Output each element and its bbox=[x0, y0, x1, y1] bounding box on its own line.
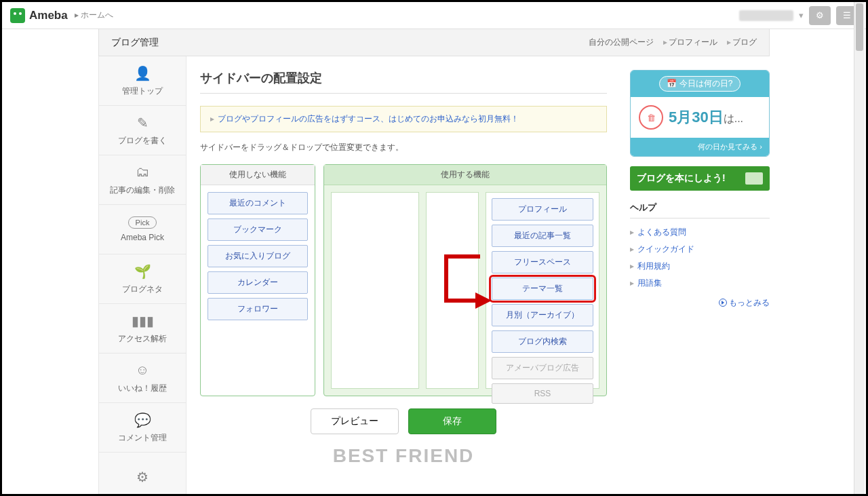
brand-name: Ameba bbox=[29, 9, 68, 22]
date-suffix: は... bbox=[724, 113, 743, 124]
main-content: サイドバーの配置設定 ▸ ブログやプロフィールの広告をはずすコース、はじめてのお… bbox=[186, 56, 620, 496]
pencil-icon: ✎ bbox=[134, 115, 151, 131]
bar-chart-icon: ▮▮▮ bbox=[134, 313, 151, 329]
used-column-1[interactable] bbox=[331, 192, 419, 389]
today-label: 今日は何の日? bbox=[679, 79, 733, 88]
logo-icon bbox=[10, 8, 25, 23]
right-column: 📅 今日は何の日? 🗑 5月30日は... 何の日か見てみる › ブログを本にし… bbox=[620, 56, 770, 496]
breadcrumb-profile[interactable]: ▸プロフィール bbox=[663, 37, 717, 48]
trash-icon: 🗑 bbox=[639, 105, 663, 130]
watermark-text: BEST FRIEND bbox=[200, 445, 607, 467]
help-link-item: ▸ 利用規約 bbox=[630, 258, 770, 275]
gear-icon[interactable]: ⚙ bbox=[809, 6, 831, 25]
help-link-item: ▸ 用語集 bbox=[630, 275, 770, 292]
used-widget: アメーバブログ広告 bbox=[492, 357, 593, 379]
nav-admin-top[interactable]: 👤管理トップ bbox=[99, 56, 186, 106]
comment-icon: 💬 bbox=[134, 412, 151, 428]
used-column-3[interactable]: プロフィール最近の記事一覧フリースペーステーマ一覧月別（アーカイブ）ブログ内検索… bbox=[486, 192, 599, 389]
help-link[interactable]: 用語集 bbox=[637, 278, 662, 288]
layout-editor: 使用しない機能 最近のコメントブックマークお気に入りブログカレンダーフォロワー … bbox=[200, 164, 607, 396]
help-link[interactable]: 利用規約 bbox=[637, 261, 670, 271]
used-widget[interactable]: フリースペース bbox=[492, 251, 593, 273]
unused-widget[interactable]: フォロワー bbox=[208, 298, 308, 320]
nav-settings[interactable]: ⚙ bbox=[99, 453, 186, 496]
used-widget[interactable]: 最近の記事一覧 bbox=[492, 225, 593, 247]
brand-logo[interactable]: Ameba bbox=[10, 8, 68, 23]
nav-blog-neta[interactable]: 🌱ブログネタ bbox=[99, 254, 186, 304]
date-main: 5月30日 bbox=[669, 109, 724, 126]
unused-widget[interactable]: ブックマーク bbox=[208, 218, 308, 241]
breadcrumb-blog[interactable]: ▸ブログ bbox=[727, 37, 757, 48]
nav-access-analytics[interactable]: ▮▮▮アクセス解析 bbox=[99, 304, 186, 354]
book-banner[interactable]: ブログを本にしよう! bbox=[630, 166, 770, 191]
page-title: サイドバーの配置設定 bbox=[200, 70, 607, 94]
vertical-scrollbar[interactable] bbox=[854, 2, 865, 494]
username-masked bbox=[739, 10, 793, 21]
down-caret-icon[interactable]: ▾ bbox=[799, 10, 804, 20]
sidenav: 👤管理トップ ✎ブログを書く 🗂記事の編集・削除 PickAmeba Pick … bbox=[98, 56, 186, 496]
help-link-item: ▸ クイックガイド bbox=[630, 241, 770, 258]
nav-like-history[interactable]: ☺いいね！履歴 bbox=[99, 354, 186, 403]
used-widget: RSS bbox=[492, 383, 593, 404]
used-column-2[interactable] bbox=[426, 192, 479, 389]
used-widget[interactable]: テーマ一覧 bbox=[492, 278, 593, 300]
book-icon bbox=[745, 172, 763, 185]
breadcrumb: 自分の公開ページ ▸プロフィール ▸ブログ bbox=[589, 37, 757, 48]
sprout-icon: 🌱 bbox=[134, 263, 151, 280]
nav-comment-manage[interactable]: 💬コメント管理 bbox=[99, 403, 186, 453]
help-link[interactable]: クイックガイド bbox=[637, 244, 694, 254]
used-widget[interactable]: 月別（アーカイブ） bbox=[492, 304, 593, 326]
help-link[interactable]: よくある質問 bbox=[637, 227, 686, 237]
help-more-link[interactable]: もっとみる bbox=[719, 298, 770, 307]
promo-link[interactable]: ブログやプロフィールの広告をはずすコース、はじめてのお申込みなら初月無料！ bbox=[218, 114, 519, 123]
gear-icon: ⚙ bbox=[134, 469, 151, 485]
panel-used: 使用する機能 プロフィール最近の記事一覧フリースペーステーマ一覧月別（アーカイブ… bbox=[323, 164, 607, 396]
scroll-thumb[interactable] bbox=[856, 3, 863, 51]
page-section-title: ブログ管理 bbox=[111, 37, 159, 49]
panel-unused: 使用しない機能 最近のコメントブックマークお気に入りブログカレンダーフォロワー bbox=[200, 164, 315, 396]
unused-widget[interactable]: お気に入りブログ bbox=[208, 245, 308, 267]
help-title: ヘルプ bbox=[630, 202, 770, 218]
used-widget[interactable]: プロフィール bbox=[492, 198, 593, 221]
pick-badge: Pick bbox=[128, 216, 157, 229]
panel-unused-header: 使用しない機能 bbox=[201, 165, 315, 185]
help-link-item: ▸ よくある質問 bbox=[630, 224, 770, 241]
topbar: Ameba ▸ ホームへ ▾ ⚙ ☰ bbox=[2, 2, 866, 29]
unused-widget[interactable]: カレンダー bbox=[208, 271, 308, 294]
smile-icon: ☺ bbox=[134, 362, 151, 379]
nav-ameba-pick[interactable]: PickAmeba Pick bbox=[99, 205, 186, 254]
folder-icon: 🗂 bbox=[134, 164, 151, 180]
used-widget[interactable]: ブログ内検索 bbox=[492, 330, 593, 353]
person-icon: 👤 bbox=[134, 65, 151, 81]
nav-edit-posts[interactable]: 🗂記事の編集・削除 bbox=[99, 155, 186, 205]
breadcrumb-mypage[interactable]: 自分の公開ページ bbox=[589, 37, 654, 48]
titlebar: ブログ管理 自分の公開ページ ▸プロフィール ▸ブログ bbox=[98, 29, 770, 56]
nav-write-blog[interactable]: ✎ブログを書く bbox=[99, 106, 186, 155]
unused-widget[interactable]: 最近のコメント bbox=[208, 192, 308, 214]
today-card[interactable]: 📅 今日は何の日? 🗑 5月30日は... 何の日か見てみる › bbox=[630, 70, 770, 157]
promo-box: ▸ ブログやプロフィールの広告をはずすコース、はじめてのお申込みなら初月無料！ bbox=[200, 106, 607, 132]
save-button[interactable]: 保存 bbox=[408, 408, 496, 434]
panel-used-header: 使用する機能 bbox=[324, 165, 606, 185]
home-link[interactable]: ▸ ホームへ bbox=[75, 9, 113, 21]
preview-button[interactable]: プレビュー bbox=[311, 408, 399, 434]
page-description: サイドバーをドラッグ＆ドロップで位置変更できます。 bbox=[200, 142, 607, 153]
today-more-link[interactable]: 何の日か見てみる › bbox=[631, 138, 769, 156]
